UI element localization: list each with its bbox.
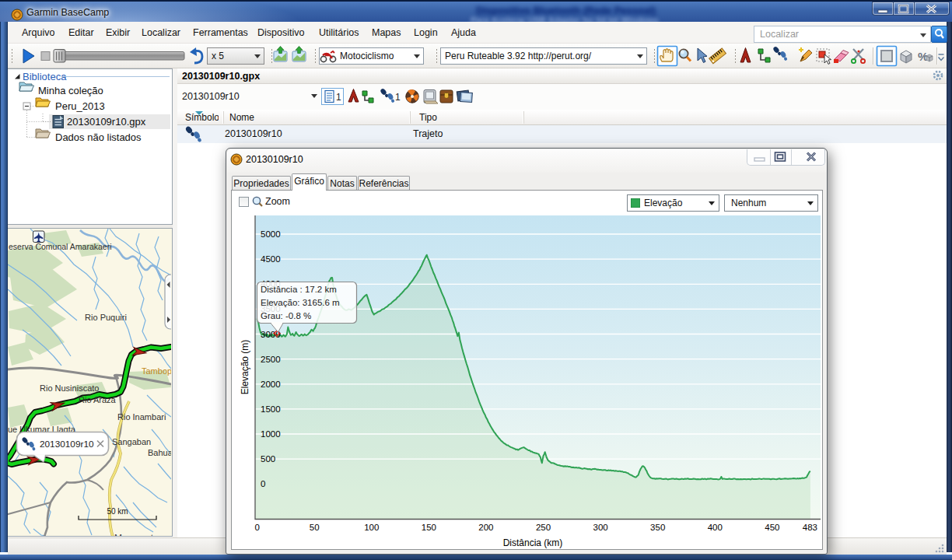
svg-text:1500: 1500 <box>261 404 281 414</box>
svg-text:20130109r10: 20130109r10 <box>40 439 94 450</box>
svg-text:300: 300 <box>593 523 608 532</box>
svg-text:Elevação: 3165.6 m: Elevação: 3165.6 m <box>261 298 340 307</box>
svg-text:4500: 4500 <box>261 254 281 264</box>
svg-text:Rio Inambari: Rio Inambari <box>117 412 166 422</box>
svg-text:Rio Nusiniscato: Rio Nusiniscato <box>40 383 99 393</box>
svg-text:450: 450 <box>765 523 779 532</box>
svg-text:Peru_2013: Peru_2013 <box>55 100 105 112</box>
svg-text:150: 150 <box>422 523 436 532</box>
svg-text:5000: 5000 <box>261 229 281 239</box>
svg-text:Biblioteca: Biblioteca <box>23 71 67 82</box>
svg-text:Sangaban: Sangaban <box>112 437 151 446</box>
svg-text:2000: 2000 <box>261 380 281 389</box>
svg-text:250: 250 <box>536 523 551 532</box>
svg-text:350: 350 <box>650 523 665 532</box>
svg-text:50: 50 <box>310 523 320 532</box>
svg-text:Bahuaja: Bahuaja <box>148 448 171 457</box>
svg-text:Grau: -0.8 %: Grau: -0.8 % <box>261 311 311 320</box>
svg-text:Rio Puquiri: Rio Puquiri <box>85 313 127 322</box>
svg-text:Marcapata: Marcapata <box>114 533 159 536</box>
svg-text:2500: 2500 <box>261 355 281 364</box>
svg-text:Rio Araza: Rio Araza <box>79 395 117 404</box>
svg-text:Distância : 17.2 km: Distância : 17.2 km <box>261 285 337 294</box>
svg-text:500: 500 <box>261 454 275 464</box>
svg-text:200: 200 <box>478 523 493 532</box>
svg-text:Minha coleção: Minha coleção <box>38 85 103 96</box>
svg-text:0: 0 <box>254 523 259 532</box>
svg-text:100: 100 <box>364 523 379 532</box>
svg-text:1000: 1000 <box>261 429 281 439</box>
svg-text:Distância (km): Distância (km) <box>503 537 563 548</box>
svg-text:1: 1 <box>336 92 341 103</box>
svg-text:eserva Comunal Amarakaeri: eserva Comunal Amarakaeri <box>9 242 111 251</box>
svg-text:Tambopata: Tambopata <box>142 366 171 376</box>
svg-text:50 km: 50 km <box>107 507 128 516</box>
svg-text:0: 0 <box>261 479 265 488</box>
svg-text:400: 400 <box>708 523 723 532</box>
svg-text:483: 483 <box>803 523 817 532</box>
svg-text:1: 1 <box>395 92 401 103</box>
svg-text:Elevação (m): Elevação (m) <box>240 340 250 395</box>
svg-text:20130109r10.gpx: 20130109r10.gpx <box>67 116 146 128</box>
svg-text:Dados não listados: Dados não listados <box>55 131 142 143</box>
